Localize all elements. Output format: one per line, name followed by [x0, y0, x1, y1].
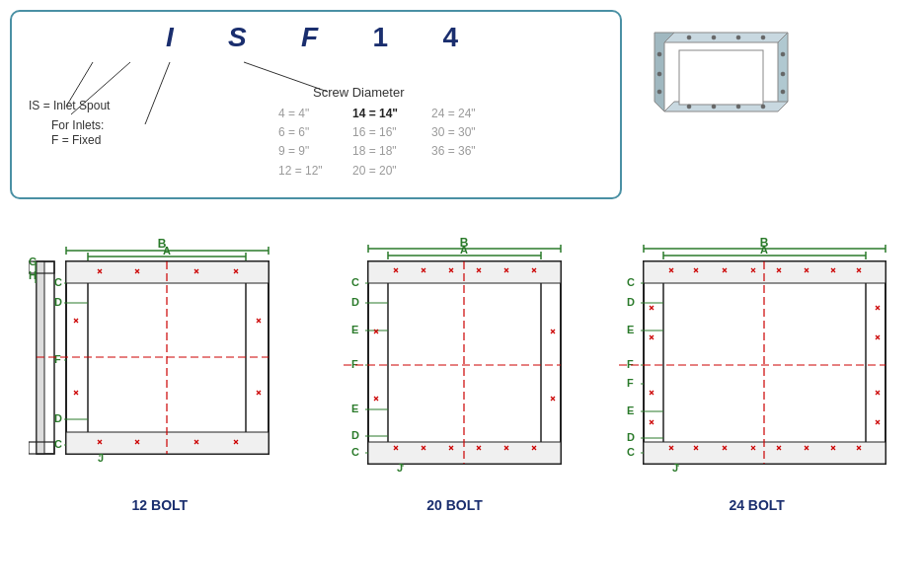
diagrams-section: B A G H C C D D F [0, 199, 924, 513]
svg-point-9 [687, 36, 691, 39]
size-9: 9 = 9" [278, 142, 352, 161]
size-12: 12 = 12" [278, 162, 352, 181]
svg-point-19 [761, 105, 765, 109]
svg-text:F: F [627, 358, 634, 370]
size-24: 24 = 24" [431, 105, 505, 123]
svg-text:F: F [627, 377, 634, 389]
label-12bolt: 12 BOLT [132, 497, 189, 513]
size-30: 30 = 30" [431, 123, 505, 142]
svg-marker-5 [654, 33, 674, 111]
label-24bolt: 24 BOLT [729, 497, 785, 513]
for-inlets-label: For Inlets: [51, 118, 104, 132]
f-label: F = Fixed [51, 133, 101, 147]
svg-text:C: C [54, 438, 62, 450]
svg-point-14 [657, 72, 661, 76]
diagram-24bolt-svg: B A C C D D E E F F [619, 207, 895, 493]
svg-point-22 [781, 90, 785, 94]
size-14: 14 = 14" [352, 105, 431, 123]
svg-point-12 [761, 36, 765, 39]
size-6: 6 = 6" [278, 123, 352, 142]
svg-text:E: E [351, 403, 358, 414]
model-code: I S F 1 4 [27, 22, 605, 53]
svg-text:C: C [627, 276, 635, 288]
svg-text:J: J [397, 462, 403, 474]
size-empty [431, 162, 505, 181]
product-image [632, 10, 809, 158]
svg-point-11 [736, 36, 740, 39]
svg-text:C: C [54, 276, 62, 288]
svg-line-2 [145, 62, 170, 124]
svg-text:J: J [672, 462, 678, 474]
svg-text:D: D [351, 429, 359, 441]
svg-text:A: A [163, 245, 171, 257]
product-svg [635, 13, 808, 156]
diagram-20bolt-svg: B A C C D D E E F [344, 207, 566, 493]
diagram-12bolt-svg: B A G H C C D D F [29, 207, 290, 493]
size-grid: 4 = 4" 14 = 14" 24 = 24" 6 = 6" 16 = 16"… [278, 105, 505, 181]
svg-point-16 [687, 105, 691, 109]
svg-text:F: F [351, 358, 358, 370]
label-20bolt: 20 BOLT [426, 497, 483, 513]
svg-text:C: C [351, 276, 359, 288]
top-section: I S F 1 4 IS = Inlet Spout For [0, 0, 924, 199]
is-label: IS = Inlet Spout [29, 99, 110, 112]
svg-marker-4 [664, 33, 788, 42]
size-36: 36 = 36" [431, 142, 505, 161]
svg-text:D: D [54, 412, 62, 424]
svg-text:E: E [627, 324, 634, 335]
diagram-20bolt: B A C C D D E E F [344, 207, 566, 513]
svg-text:D: D [627, 296, 635, 308]
size-16: 16 = 16" [352, 123, 431, 142]
svg-point-15 [657, 90, 661, 94]
svg-text:C: C [627, 446, 635, 458]
size-20: 20 = 20" [352, 162, 431, 181]
svg-point-18 [736, 105, 740, 109]
svg-text:J: J [98, 452, 104, 464]
svg-point-17 [712, 105, 716, 109]
svg-text:C: C [351, 446, 359, 458]
diagram-24bolt: B A C C D D E E F F [619, 207, 895, 513]
svg-rect-8 [679, 50, 763, 105]
svg-point-21 [781, 72, 785, 76]
model-box: I S F 1 4 IS = Inlet Spout For [10, 10, 622, 199]
svg-text:D: D [54, 296, 62, 308]
svg-text:E: E [351, 324, 358, 335]
svg-text:D: D [351, 296, 359, 308]
svg-text:E: E [627, 404, 634, 416]
svg-text:D: D [627, 431, 635, 443]
svg-point-20 [781, 52, 785, 56]
svg-point-10 [712, 36, 716, 39]
svg-text:A: A [460, 244, 468, 256]
diagram-12bolt: B A G H C C D D F [29, 207, 290, 513]
svg-text:F: F [54, 353, 61, 365]
size-18: 18 = 18" [352, 142, 431, 161]
svg-text:A: A [760, 244, 768, 256]
size-4: 4 = 4" [278, 105, 352, 123]
svg-point-13 [657, 52, 661, 56]
screw-diameter-label: Screw Diameter [313, 85, 404, 100]
